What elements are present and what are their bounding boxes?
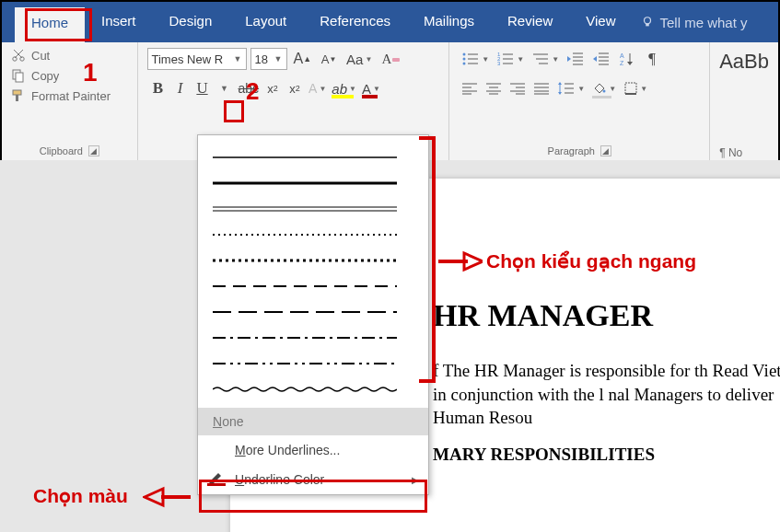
copy-button[interactable]: Copy — [11, 68, 128, 83]
style-preview[interactable]: AaBb — [719, 50, 769, 74]
chevron-down-icon: ▼ — [234, 54, 242, 64]
doc-title: HR MANAGER — [433, 298, 780, 333]
tab-mailings[interactable]: Mailings — [407, 2, 491, 42]
shading-button[interactable]: ▼ — [589, 77, 619, 99]
underline-style-double[interactable] — [213, 196, 413, 222]
superscript-button[interactable]: x2 — [284, 77, 306, 99]
align-center-button[interactable] — [483, 77, 505, 99]
tab-layout[interactable]: Layout — [228, 2, 303, 42]
svg-rect-75 — [207, 483, 226, 486]
clipboard-dialog-launcher[interactable]: ◢ — [88, 145, 99, 156]
chevron-down-icon: ▼ — [274, 54, 283, 64]
line-spacing-icon — [557, 80, 576, 97]
doc-paragraph: f The HR Manager is responsible for th R… — [433, 359, 780, 430]
group-styles: AaBb ¶ No — [710, 42, 778, 161]
svg-text:A: A — [620, 52, 624, 59]
underline-style-dash-long[interactable] — [213, 299, 413, 325]
group-paragraph: ▼ 123▼ ▼ AZ ¶ ▼ ▼ ▼ Paragraph◢ — [449, 42, 710, 161]
tell-me-search[interactable]: Tell me what y — [632, 2, 747, 42]
style-name: ¶ No — [719, 146, 742, 159]
indent-icon — [592, 51, 611, 67]
svg-rect-10 — [392, 58, 400, 62]
justify-button[interactable] — [530, 77, 553, 99]
grow-font-button[interactable]: A▲ — [291, 48, 315, 70]
tab-home[interactable]: Home — [15, 7, 85, 42]
paragraph-dialog-launcher[interactable]: ◢ — [600, 145, 611, 156]
format-painter-label: Format Painter — [31, 89, 111, 103]
underline-style-dash-dot-dot[interactable] — [213, 351, 413, 376]
sort-icon: AZ — [618, 51, 636, 67]
borders-button[interactable]: ▼ — [621, 77, 650, 99]
underline-style-dash[interactable] — [213, 273, 413, 299]
svg-rect-1 — [646, 24, 650, 27]
clear-formatting-button[interactable]: A — [378, 48, 403, 70]
copy-icon — [11, 68, 26, 83]
underline-style-single[interactable] — [213, 145, 413, 170]
pen-color-icon — [207, 473, 226, 486]
bucket-icon — [592, 81, 607, 96]
highlight-button[interactable]: ab▼ — [329, 77, 359, 99]
bullets-button[interactable]: ▼ — [459, 48, 492, 70]
underline-style-dash-dot[interactable] — [213, 325, 413, 351]
bullets-icon — [461, 51, 480, 67]
decrease-indent-button[interactable] — [564, 48, 588, 70]
show-marks-button[interactable]: ¶ — [641, 48, 663, 70]
underline-button[interactable]: U — [192, 77, 214, 99]
format-painter-button[interactable]: Format Painter — [11, 88, 128, 103]
svg-text:3: 3 — [497, 61, 501, 66]
scissors-icon — [11, 48, 26, 63]
line-spacing-button[interactable]: ▼ — [554, 77, 588, 99]
underline-none-option[interactable]: NNoneone — [198, 408, 428, 435]
tab-insert[interactable]: Insert — [85, 2, 153, 42]
eraser-icon — [391, 54, 401, 64]
align-right-icon — [509, 82, 526, 95]
tell-me-label: Tell me what y — [659, 15, 747, 30]
tab-references[interactable]: References — [303, 2, 407, 42]
svg-point-11 — [463, 53, 466, 56]
text-effects-button[interactable]: A▼ — [306, 77, 329, 99]
italic-button[interactable]: I — [169, 77, 192, 99]
underline-style-wave[interactable] — [213, 376, 413, 402]
font-size-combo[interactable]: 18▼ — [250, 48, 287, 70]
underline-dropdown: NNoneone More Underlines...More Underlin… — [197, 134, 429, 495]
align-left-button[interactable] — [459, 77, 481, 99]
align-center-icon — [485, 82, 502, 95]
strikethrough-button[interactable]: abc — [236, 77, 262, 99]
change-case-button[interactable]: Aa▼ — [343, 48, 375, 70]
multilevel-list-button[interactable]: ▼ — [529, 48, 562, 70]
underline-color-option[interactable]: Underline ColorUnderline Color ▶ — [198, 465, 428, 494]
underline-style-thick[interactable] — [213, 170, 413, 196]
font-color-button[interactable]: A▼ — [359, 77, 383, 99]
svg-marker-39 — [627, 62, 633, 65]
increase-indent-button[interactable] — [589, 48, 613, 70]
svg-rect-7 — [16, 73, 23, 82]
cut-label: Cut — [31, 49, 50, 63]
svg-marker-60 — [558, 82, 562, 85]
subscript-button[interactable]: x2 — [262, 77, 284, 99]
numbering-button[interactable]: 123▼ — [494, 48, 527, 70]
underline-dropdown-button[interactable]: ▼ — [214, 77, 236, 99]
paintbrush-icon — [11, 88, 26, 103]
menubar: Home Insert Design Layout References Mai… — [2, 2, 778, 42]
more-underlines-option[interactable]: More Underlines...More Underlines... — [198, 435, 428, 465]
align-left-icon — [461, 82, 478, 95]
shrink-font-button[interactable]: A▼ — [318, 48, 340, 70]
svg-point-0 — [645, 17, 651, 24]
svg-marker-61 — [558, 92, 562, 95]
align-right-button[interactable] — [506, 77, 529, 99]
copy-label: Copy — [31, 69, 59, 83]
svg-rect-8 — [13, 90, 21, 95]
tab-review[interactable]: Review — [491, 2, 569, 42]
tab-view[interactable]: View — [569, 2, 632, 42]
doc-heading: MARY RESPONSIBILITIES — [433, 445, 780, 465]
font-name-combo[interactable]: Times New R▼ — [147, 48, 247, 70]
cut-button[interactable]: Cut — [11, 48, 128, 63]
tab-design[interactable]: Design — [153, 2, 229, 42]
sort-button[interactable]: AZ — [615, 48, 639, 70]
underline-style-dotted[interactable] — [213, 222, 413, 248]
numbering-icon: 123 — [496, 51, 515, 67]
svg-point-12 — [463, 58, 466, 61]
outdent-icon — [566, 51, 585, 67]
bold-button[interactable]: B — [147, 77, 169, 99]
underline-style-dotted-heavy[interactable] — [213, 248, 413, 273]
